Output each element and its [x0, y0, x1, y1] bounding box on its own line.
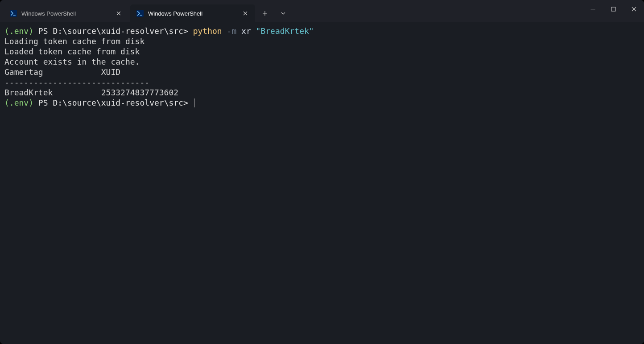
tab-close-button[interactable]: [241, 9, 250, 18]
output-header: Gamertag XUID: [4, 67, 120, 77]
prompt-venv: (.env): [4, 98, 33, 107]
titlebar: Windows PowerShell Windows PowerShell: [0, 0, 644, 22]
cmd-string: "BreadKrtek": [256, 26, 314, 36]
prompt-ps: PS: [33, 98, 53, 107]
new-tab-button[interactable]: [257, 4, 273, 22]
close-button[interactable]: [623, 0, 644, 18]
output-divider: ------------------------------: [4, 78, 149, 87]
powershell-icon: [136, 10, 144, 17]
divider: [274, 11, 274, 20]
tab-strip: Windows PowerShell Windows PowerShell: [0, 0, 257, 22]
prompt-path: D:\source\xuid-resolver\src>: [53, 26, 188, 36]
prompt-path: D:\source\xuid-resolver\src>: [53, 98, 188, 107]
cmd-flag: -m: [227, 26, 237, 36]
tab-title: Windows PowerShell: [148, 10, 237, 17]
powershell-icon: [10, 10, 17, 17]
output-line: Account exists in the cache.: [4, 57, 140, 66]
tab-dropdown-button[interactable]: [275, 4, 291, 22]
tab-close-button[interactable]: [114, 9, 123, 18]
cmd-python: python: [193, 26, 222, 36]
terminal-window: Windows PowerShell Windows PowerShell: [0, 0, 644, 344]
tab-actions: [257, 0, 291, 22]
prompt-venv: (.env): [4, 26, 33, 36]
tab-powershell-1[interactable]: Windows PowerShell: [4, 4, 128, 22]
cursor: [194, 98, 194, 107]
terminal-content[interactable]: (.env) PS D:\source\xuid-resolver\src> p…: [0, 22, 644, 344]
output-line: Loaded token cache from disk: [4, 47, 140, 56]
window-controls: [582, 0, 644, 22]
prompt-ps: PS: [33, 26, 53, 36]
minimize-button[interactable]: [582, 0, 603, 18]
output-row: BreadKrtek 2533274837773602: [4, 88, 178, 97]
svg-rect-3: [611, 7, 615, 11]
maximize-button[interactable]: [603, 0, 623, 18]
tab-title: Windows PowerShell: [21, 10, 111, 17]
cmd-module: xr: [241, 26, 251, 36]
output-line: Loading token cache from disk: [4, 37, 144, 46]
tab-powershell-2[interactable]: Windows PowerShell: [130, 4, 255, 22]
